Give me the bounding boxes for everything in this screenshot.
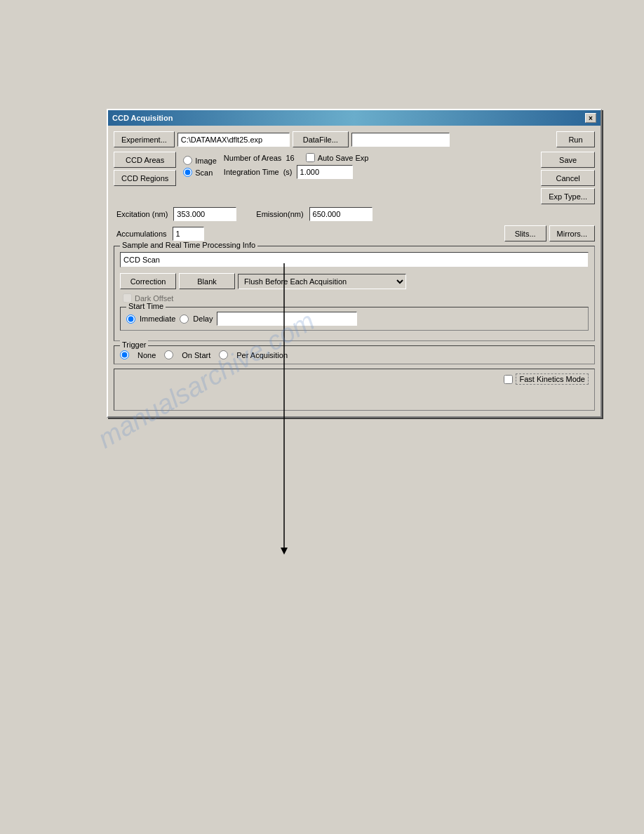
excitation-input[interactable] [173,207,236,221]
immediate-radio[interactable] [126,315,135,324]
start-time-group: Start Time Immediate Delay [120,307,589,331]
datafile-button[interactable]: DataFile... [293,131,349,147]
slits-button[interactable]: Slits... [504,225,546,241]
ccd-button-group: CCD Areas CCD Regions [114,152,176,186]
sample-group-label: Sample and Real Time Processing Info [120,241,257,249]
scan-radio[interactable] [183,168,192,177]
auto-save-label: Auto Save Exp [318,154,369,162]
main-controls-row: CCD Areas CCD Regions Image Scan [114,152,595,204]
experiment-path-input[interactable] [177,133,290,147]
dark-offset-label: Dark Offset [135,294,173,303]
bottom-area: Fast Kinetics Mode [114,369,595,411]
scan-radio-row: Scan [183,168,217,177]
sample-group-box: Sample and Real Time Processing Info Cor… [114,246,595,341]
ccd-regions-button[interactable]: CCD Regions [114,170,176,186]
trigger-none-label: None [137,351,156,359]
mirrors-button[interactable]: Mirrors... [549,225,595,241]
save-button[interactable]: Save [541,152,595,168]
excitation-emission-row: Excitation (nm) Emission(nm) [114,207,595,221]
ccd-areas-button[interactable]: CCD Areas [114,152,176,168]
emission-input[interactable] [309,207,373,221]
image-radio-row: Image [183,156,217,165]
delay-input[interactable] [217,312,357,326]
scan-label: Scan [195,168,213,177]
run-button[interactable]: Run [556,131,595,147]
exp-type-button[interactable]: Exp Type... [541,188,595,204]
trigger-inner: None On Start Per Acquisition [120,350,589,359]
ccd-acquisition-dialog: CCD Acquisition × Experiment... DataFile… [107,109,602,418]
delay-radio[interactable] [180,315,189,324]
integration-units: (s) [283,168,293,176]
num-areas-row: Number of Areas 16 Auto Save Exp [224,153,538,162]
flush-select-wrapper: Flush Before Each Acquisition No Flush F… [238,274,406,289]
correction-button[interactable]: Correction [120,273,176,289]
dialog-close-button[interactable]: × [585,113,596,123]
trigger-per-acquisition-label: Per Acquisition [236,351,288,359]
emission-label: Emission(nm) [256,210,303,218]
dialog-title: CCD Acquisition [112,114,173,122]
fast-kinetics-checkbox[interactable] [504,375,513,384]
auto-save-checkbox[interactable] [306,153,315,162]
integration-input[interactable] [297,165,353,179]
dialog-titlebar: CCD Acquisition × [108,110,601,126]
auto-save-row: Auto Save Exp [306,153,369,162]
trigger-on-start-label: On Start [182,351,210,359]
accumulations-label: Accumulations [116,230,167,238]
start-time-label: Start Time [126,302,166,310]
accumulations-row: Accumulations Slits... Mirrors... [114,225,595,241]
num-areas-value: 16 [286,154,294,162]
image-radio[interactable] [183,156,192,165]
trigger-group: Trigger None On Start Per Acquisition [114,345,595,364]
acquisition-info: Number of Areas 16 Auto Save Exp Integra… [224,152,538,182]
trigger-on-start-radio[interactable] [164,350,173,359]
svg-marker-1 [281,548,288,555]
delay-label: Delay [193,315,213,323]
dialog-body: Experiment... DataFile... Run CCD Areas … [108,126,601,416]
blank-button[interactable]: Blank [179,273,235,289]
image-label: Image [195,157,217,165]
image-scan-radio-group: Image Scan [179,153,221,180]
page-background: manualsarchive.com CCD Acquisition × Exp… [0,0,644,834]
sample-name-input[interactable] [120,252,589,267]
accumulations-input[interactable] [173,227,204,241]
trigger-per-acquisition-radio[interactable] [219,350,228,359]
cancel-button[interactable]: Cancel [541,170,595,186]
right-button-group: Save Cancel Exp Type... [541,152,595,204]
num-areas-label: Number of Areas [224,154,282,162]
dark-offset-row: Dark Offset [120,293,589,303]
excitation-label: Excitation (nm) [116,210,168,218]
experiment-button[interactable]: Experiment... [114,131,175,147]
flush-select[interactable]: Flush Before Each Acquisition No Flush F… [238,274,406,289]
trigger-none-radio[interactable] [120,350,129,359]
fast-kinetics-row: Fast Kinetics Mode [120,373,589,385]
start-time-inner: Immediate Delay [126,312,582,326]
immediate-label: Immediate [140,315,175,323]
integration-label: Integration Time [224,168,279,176]
trigger-label: Trigger [120,340,148,349]
datafile-input[interactable] [351,133,450,147]
integration-row: Integration Time (s) [224,165,538,179]
fast-kinetics-label: Fast Kinetics Mode [516,373,589,385]
toolbar-row: Experiment... DataFile... Run [114,131,595,147]
correction-row: Correction Blank Flush Before Each Acqui… [120,273,589,289]
slits-mirrors-group: Slits... Mirrors... [504,225,595,241]
